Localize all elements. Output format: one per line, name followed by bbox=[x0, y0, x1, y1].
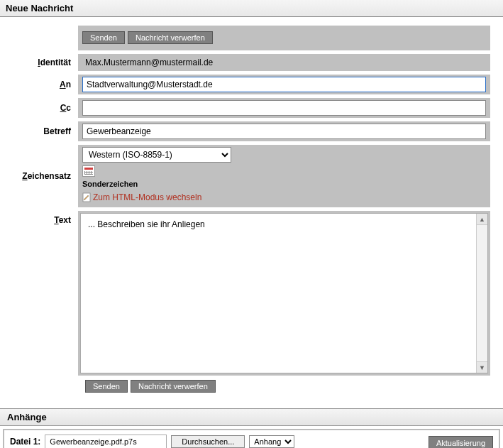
identity-label: Identität bbox=[7, 58, 78, 67]
window-title: Neue Nachricht bbox=[0, 0, 503, 17]
attach-action-select[interactable]: Anhang bbox=[249, 435, 294, 448]
attachments-panel: Aktualisierung Datei 1: Gewerbeanzeige.p… bbox=[3, 429, 500, 448]
to-input[interactable] bbox=[82, 77, 486, 92]
body-wrap: ▲ ▼ bbox=[80, 213, 488, 373]
compose-window: Neue Nachricht Senden Nachricht verwerfe… bbox=[0, 0, 503, 448]
cc-label: Cc bbox=[7, 103, 78, 113]
discard-button-bottom[interactable]: Nachricht verwerfen bbox=[131, 380, 216, 393]
scroll-track[interactable] bbox=[476, 225, 487, 361]
attachments-title: Anhänge bbox=[0, 408, 503, 426]
browse-button[interactable]: Durchsuchen... bbox=[171, 435, 245, 448]
charset-select[interactable]: Western (ISO-8859-1) bbox=[82, 147, 231, 163]
update-button[interactable]: Aktualisierung bbox=[429, 436, 493, 448]
scroll-up-icon[interactable]: ▲ bbox=[476, 214, 487, 225]
html-mode-link[interactable]: Zum HTML-Modus wechseln bbox=[82, 192, 486, 202]
pencil-icon bbox=[82, 192, 91, 202]
discard-button-top[interactable]: Nachricht verwerfen bbox=[128, 31, 213, 44]
charset-label: Zeichensatz bbox=[7, 171, 78, 181]
to-label: An bbox=[7, 80, 78, 89]
scroll-down-icon[interactable]: ▼ bbox=[476, 361, 487, 373]
special-chars-label: Sonderzeichen bbox=[82, 180, 486, 188]
send-button-bottom[interactable]: Senden bbox=[85, 380, 128, 393]
body-textarea[interactable] bbox=[81, 214, 476, 373]
special-chars-icon[interactable] bbox=[82, 165, 95, 177]
file1-name: Gewerbeanzeige.pdf.p7s bbox=[45, 435, 167, 448]
text-label: Text bbox=[7, 211, 78, 225]
file1-label: Datei 1: bbox=[10, 437, 40, 447]
subject-input[interactable] bbox=[82, 124, 486, 139]
subject-label: Betreff bbox=[7, 126, 78, 136]
identity-value: Max.Mustermann@mustermail.de bbox=[82, 56, 486, 69]
cc-input[interactable] bbox=[82, 100, 486, 116]
compose-form: Senden Nachricht verwerfen Identität Max… bbox=[0, 17, 503, 398]
send-button-top[interactable]: Senden bbox=[82, 31, 125, 44]
